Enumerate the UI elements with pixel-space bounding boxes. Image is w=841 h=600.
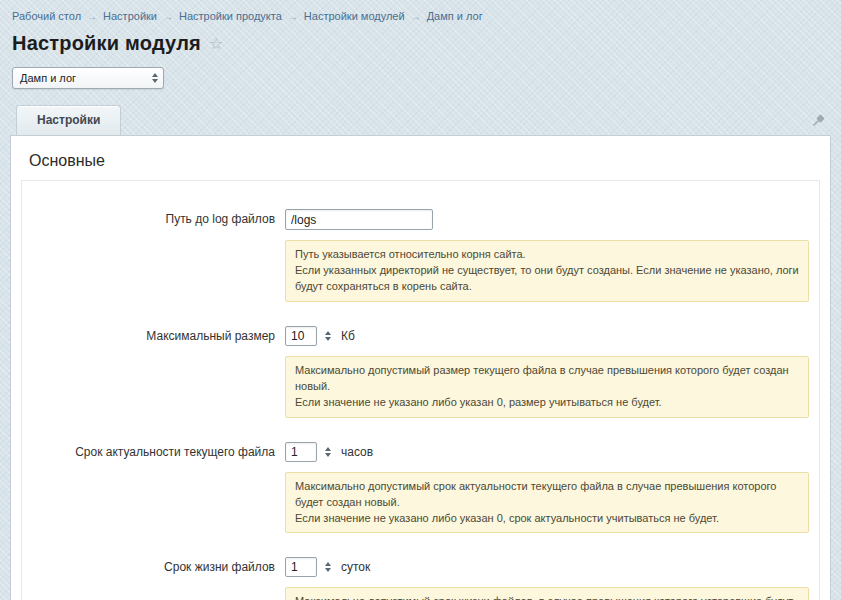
hint-line: Если указанных директорий не существует,… bbox=[295, 263, 799, 295]
module-select[interactable]: Дамп и лог bbox=[12, 67, 164, 89]
lifetime-stepper[interactable] bbox=[323, 557, 333, 577]
max-size-label: Максимальный размер bbox=[32, 326, 285, 418]
log-path-hint: Путь указывается относительно корня сайт… bbox=[285, 240, 809, 302]
settings-form: Путь до log файлов Путь указывается отно… bbox=[21, 180, 820, 600]
lifetime-unit: суток bbox=[341, 560, 370, 574]
hint-line: Путь указывается относительно корня сайт… bbox=[295, 247, 799, 263]
breadcrumb-link-product-settings[interactable]: Настройки продукта bbox=[179, 10, 282, 22]
tab-settings[interactable]: Настройки bbox=[16, 105, 121, 135]
relevance-input[interactable] bbox=[285, 442, 317, 462]
lifetime-hint: Максимально допустимый срок жизни файлов… bbox=[285, 587, 809, 600]
breadcrumb: Рабочий стол → Настройки → Настройки про… bbox=[10, 8, 831, 22]
form-row-lifetime: Срок жизни файлов суток Максимально допу… bbox=[32, 557, 809, 600]
breadcrumb-separator-icon: → bbox=[163, 11, 173, 22]
lifetime-label: Срок жизни файлов bbox=[32, 557, 285, 600]
lifetime-input[interactable] bbox=[285, 557, 317, 577]
max-size-input[interactable] bbox=[285, 326, 317, 346]
breadcrumb-link-desktop[interactable]: Рабочий стол bbox=[12, 10, 81, 22]
section-title: Основные bbox=[21, 148, 820, 180]
hint-line: Максимально допустимый срок актуальности… bbox=[295, 479, 799, 511]
relevance-stepper[interactable] bbox=[323, 442, 333, 462]
favorite-star-icon[interactable]: ☆ bbox=[209, 36, 223, 52]
breadcrumb-separator-icon: → bbox=[411, 11, 421, 22]
page-title: Настройки модуля bbox=[12, 32, 201, 55]
max-size-stepper[interactable] bbox=[323, 326, 333, 346]
page: Рабочий стол → Настройки → Настройки про… bbox=[0, 0, 841, 600]
breadcrumb-separator-icon: → bbox=[87, 11, 97, 22]
hint-line: Максимально допустимый размер текущего ф… bbox=[295, 363, 799, 395]
max-size-hint: Максимально допустимый размер текущего ф… bbox=[285, 356, 809, 418]
hint-line: Максимально допустимый срок жизни файлов… bbox=[295, 594, 799, 600]
tab-strip: Настройки bbox=[10, 105, 831, 135]
log-path-label: Путь до log файлов bbox=[32, 209, 285, 302]
form-row-relevance: Срок актуальности текущего файла часов М… bbox=[32, 442, 809, 534]
hint-line: Если значение не указано либо указан 0, … bbox=[295, 395, 799, 411]
hint-line: Если значение не указано либо указан 0, … bbox=[295, 511, 799, 527]
form-row-max-size: Максимальный размер Кб Максимально допус… bbox=[32, 326, 809, 418]
log-path-input[interactable] bbox=[285, 209, 433, 230]
breadcrumb-link-module-settings[interactable]: Настройки модулей bbox=[304, 10, 405, 22]
page-title-row: Настройки модуля ☆ bbox=[12, 32, 829, 55]
relevance-unit: часов bbox=[341, 445, 373, 459]
relevance-hint: Максимально допустимый срок актуальности… bbox=[285, 472, 809, 534]
module-select-value: Дамп и лог bbox=[20, 72, 76, 84]
tab-settings-label: Настройки bbox=[37, 113, 100, 127]
breadcrumb-link-settings[interactable]: Настройки bbox=[103, 10, 157, 22]
breadcrumb-link-dump-log[interactable]: Дамп и лог bbox=[427, 10, 483, 22]
pin-icon[interactable] bbox=[812, 113, 825, 131]
max-size-unit: Кб bbox=[341, 329, 355, 343]
breadcrumb-separator-icon: → bbox=[288, 11, 298, 22]
relevance-label: Срок актуальности текущего файла bbox=[32, 442, 285, 534]
form-row-log-path: Путь до log файлов Путь указывается отно… bbox=[32, 209, 809, 302]
select-stepper-icon bbox=[152, 70, 158, 86]
settings-panel: Основные Путь до log файлов Путь указыва… bbox=[10, 135, 831, 600]
